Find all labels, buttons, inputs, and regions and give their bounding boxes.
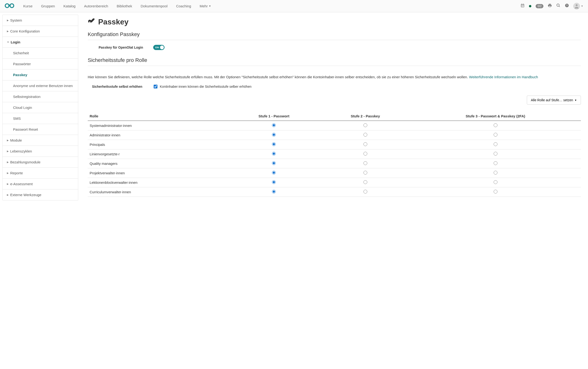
sidebar-sms[interactable]: SMS [3,113,78,124]
nav-gruppen[interactable]: Gruppen [37,0,59,12]
sidebar-lebenszyklen[interactable]: ▶Lebenszyklen [3,146,78,157]
role-level-radio[interactable] [494,152,497,155]
nav-more[interactable]: Mehr ▼ [195,0,215,12]
nav-dokumentenpool[interactable]: Dokumentenpool [136,0,172,12]
sidebar-passkey[interactable]: Passkey [3,70,78,80]
role-level-cell [227,140,321,149]
role-level-radio[interactable] [494,190,497,194]
key-icon [88,17,95,27]
role-level-radio[interactable] [364,123,367,127]
role-level-cell [410,140,581,149]
top-nav: Kurse Gruppen Katalog Autorenbereich Bib… [0,0,588,12]
user-menu[interactable]: ▼ [573,3,583,10]
sidebar-anonyme[interactable]: Anonyme und externe Benutzer·innen [3,80,78,91]
handbook-link[interactable]: Weiterführende Informationen im Handbuch [469,75,538,79]
role-level-radio[interactable] [494,142,497,146]
sidebar-reporte[interactable]: ▶Reporte [3,168,78,179]
th-level1: Stufe 1 - Passwort [227,112,321,121]
print-icon[interactable] [548,3,552,9]
self-raise-row: Sicherheitsstufe selbst erhöhen Kontinha… [88,85,581,88]
nav-katalog[interactable]: Katalog [59,0,80,12]
role-level-radio[interactable] [494,180,497,184]
self-raise-checkbox[interactable] [154,85,157,88]
nav-right: 0/2 ? ▼ [520,3,583,10]
sidebar-item-label: Lebenszyklen [10,149,32,153]
sidebar-core-config[interactable]: ▶Core Konfiguration [3,26,78,37]
passkey-toggle[interactable]: EIN [153,45,164,50]
role-level-radio[interactable] [494,133,497,137]
th-role: Rolle [88,112,227,121]
calendar-icon[interactable] [520,3,525,9]
role-level-cell [321,140,410,149]
sidebar-item-label: Reporte [10,171,23,175]
role-level-radio[interactable] [494,171,497,174]
role-level-radio[interactable] [272,133,276,137]
role-level-cell [227,168,321,178]
sidebar-item-label: Module [10,138,22,142]
role-level-radio[interactable] [364,180,367,184]
role-level-radio[interactable] [272,152,276,155]
table-header-row: Rolle Stufe 1 - Passwort Stufe 2 - Passk… [88,112,581,121]
role-name: Administrator·innen [88,130,227,140]
caret-down-icon: ▼ [7,41,9,43]
role-level-radio[interactable] [364,161,367,165]
main-content: Passkey Konfiguration Passkey Passkey fü… [81,12,588,203]
role-level-radio[interactable] [364,190,367,194]
sidebar-cloud-login[interactable]: Cloud Login [3,102,78,113]
set-all-roles-dropdown[interactable]: Alle Rolle auf Stufe… setzen ▼ [527,96,581,105]
sidebar-item-label: e-Assessment [10,182,33,186]
role-level-cell [321,121,410,130]
sidebar-item-label: Externe Werkzeuge [10,193,41,197]
role-level-radio[interactable] [364,152,367,155]
role-level-radio[interactable] [272,123,276,127]
role-name: Quality managers [88,159,227,168]
svg-text:?: ? [566,4,568,7]
logo[interactable] [5,3,14,9]
role-level-radio[interactable] [364,133,367,137]
nav-coaching[interactable]: Coaching [172,0,195,12]
svg-line-1 [559,6,560,7]
sidebar-passwort-reset[interactable]: Passwort Reset [3,124,78,135]
svg-point-4 [576,4,578,6]
nav-kurse[interactable]: Kurse [19,0,37,12]
role-level-radio[interactable] [364,171,367,174]
sidebar-bezahlungsmodule[interactable]: ▶Bezahlungsmodule [3,157,78,168]
role-name: Principals [88,140,227,149]
sidebar: ▶System ▶Core Konfiguration ▼Login Siche… [2,15,78,200]
role-level-cell [227,159,321,168]
role-level-cell [227,130,321,140]
nav-autorenbereich[interactable]: Autorenbereich [80,0,112,12]
help-icon[interactable]: ? [565,3,569,9]
role-level-radio[interactable] [272,161,276,165]
role-level-radio[interactable] [272,190,276,194]
caret-right-icon: ▶ [7,139,9,142]
table-row: Curriculumverwalter·innen [88,187,581,197]
sidebar-login[interactable]: ▼Login [3,37,78,48]
role-level-radio[interactable] [272,171,276,174]
sidebar-selbstregistration[interactable]: Selbstregistration [3,91,78,102]
search-icon[interactable] [556,3,560,9]
table-row: Lektionenblockverwalter·innen [88,178,581,187]
toggle-row: Passkey für OpenOlat Login EIN [88,45,581,50]
notification-badge[interactable]: 0/2 [536,4,543,8]
sidebar-passworter[interactable]: Passwörter [3,59,78,70]
description-text: Hier können Sie definieren, welche Rolle… [88,75,469,79]
role-level-radio[interactable] [272,180,276,184]
description: Hier können Sie definieren, welche Rolle… [88,74,581,80]
role-level-cell [321,149,410,159]
sidebar-sicherheit[interactable]: Sicherheit [3,48,78,59]
role-level-radio[interactable] [364,142,367,146]
sidebar-eassessment[interactable]: ▶e-Assessment [3,179,78,189]
sidebar-system[interactable]: ▶System [3,15,78,26]
nav-bibliothek[interactable]: Bibliothek [112,0,136,12]
role-level-radio[interactable] [272,142,276,146]
self-raise-label: Sicherheitsstufe selbst erhöhen [92,85,147,88]
role-level-cell [410,121,581,130]
sidebar-module[interactable]: ▶Module [3,135,78,146]
role-level-radio[interactable] [494,161,497,165]
table-row: Projektverwalter·innen [88,168,581,178]
sidebar-externe-werkzeuge[interactable]: ▶Externe Werkzeuge [3,189,78,200]
role-level-cell [321,178,410,187]
role-name: Curriculumverwalter·innen [88,187,227,197]
role-level-radio[interactable] [494,123,497,127]
